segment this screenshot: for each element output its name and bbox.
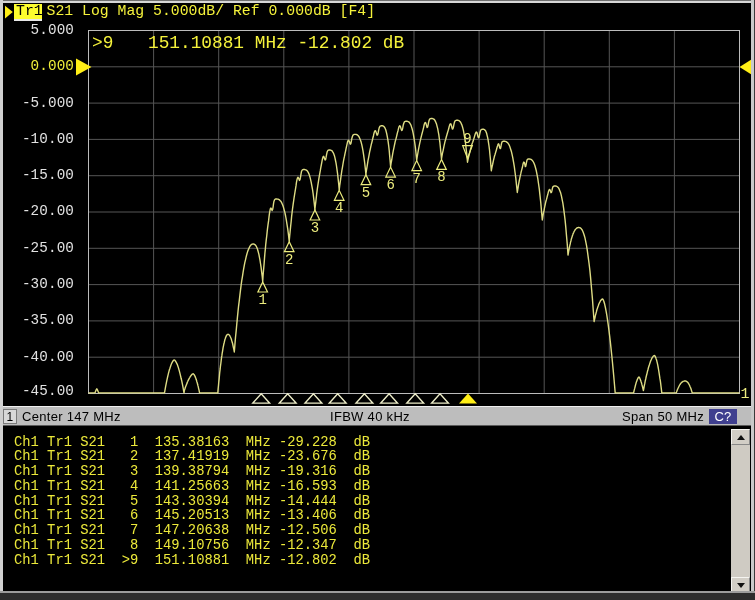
svg-text:7: 7 bbox=[412, 171, 420, 187]
svg-text:4: 4 bbox=[335, 200, 343, 216]
svg-text:2: 2 bbox=[285, 252, 293, 268]
svg-text:1: 1 bbox=[258, 292, 266, 308]
svg-text:9: 9 bbox=[463, 131, 471, 147]
svg-text:8: 8 bbox=[437, 169, 445, 185]
svg-text:6: 6 bbox=[386, 177, 394, 193]
svg-text:3: 3 bbox=[311, 220, 319, 236]
svg-text:5: 5 bbox=[362, 185, 370, 201]
